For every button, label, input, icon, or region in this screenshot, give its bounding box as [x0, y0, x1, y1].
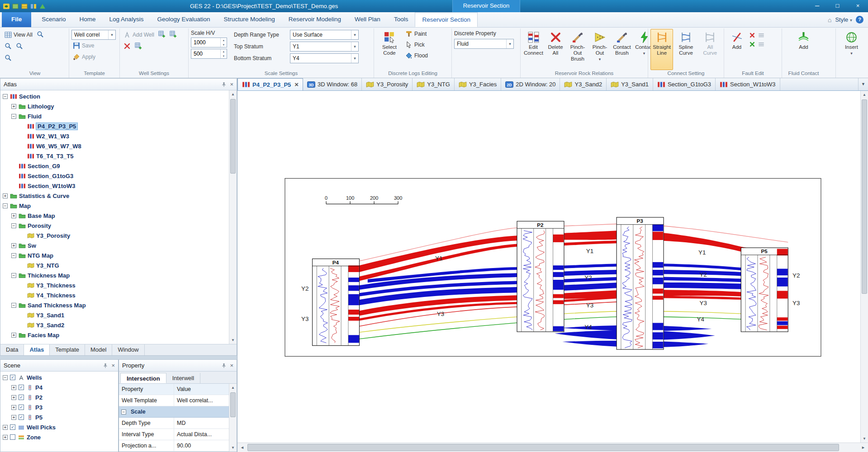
well-track-P3[interactable]: P3	[617, 217, 664, 349]
property-scrollbar[interactable]: ▲ ▼	[229, 384, 237, 452]
doc-tab-y3-facies[interactable]: Y3_Facies	[455, 78, 501, 90]
atlas-item-y3-porosity[interactable]: Y3_Porosity	[0, 231, 229, 240]
menu-tab-reservoir-modeling[interactable]: Reservoir Modeling	[282, 12, 348, 27]
edit-connect-button[interactable]: Edit Connect	[523, 29, 544, 70]
scroll-down-icon[interactable]: ▼	[229, 336, 237, 344]
tab-scroll-button[interactable]: ▼	[858, 78, 868, 90]
apply-template-button[interactable]: Apply	[71, 52, 117, 62]
property-row-interval-type[interactable]: Interval TypeActual Dista...	[119, 429, 229, 440]
flood-button[interactable]: Flood	[404, 51, 429, 61]
expand-icon[interactable]: +	[11, 333, 16, 338]
atlas-item-section[interactable]: −Section	[0, 91, 229, 101]
add-fluid-contact-button[interactable]: Add	[791, 29, 816, 70]
well-order-button[interactable]	[157, 30, 167, 40]
atlas-item-sw[interactable]: +Sw	[0, 240, 229, 250]
atlas-item-facies-map[interactable]: +Facies Map	[0, 330, 229, 340]
atlas-item-ntg-map[interactable]: −NTG Map	[0, 250, 229, 260]
atlas-item-base-map[interactable]: +Base Map	[0, 211, 229, 221]
view-all-button[interactable]: View All	[3, 29, 34, 40]
atlas-item-map[interactable]: −Map	[0, 201, 229, 211]
close-icon[interactable]: ×	[230, 363, 233, 368]
doc-tab-y3-ntg[interactable]: Y3_NTG	[413, 78, 455, 90]
well-layout-button[interactable]	[133, 42, 143, 52]
toolbar-icon-3[interactable]	[30, 3, 37, 10]
collapse-icon[interactable]: −	[121, 410, 126, 414]
toolbar-icon-4[interactable]	[39, 3, 46, 10]
pin-icon[interactable]	[221, 363, 227, 368]
collapse-icon[interactable]: −	[11, 253, 16, 258]
property-group-scale[interactable]: −Scale	[119, 406, 229, 418]
scene-item-p3[interactable]: +✓P3	[0, 402, 118, 412]
property-row-projection-a-[interactable]: Projection a...90.00	[119, 440, 229, 452]
property-row-well-template[interactable]: Well TemplateWell correlat...	[119, 395, 229, 406]
cross-section-plot[interactable]: 0100200300P4P2P3P5Y1Y1Y1Y2Y2Y2Y2Y3Y3Y3Y3…	[285, 178, 821, 357]
delete-all-button[interactable]: Delete All	[545, 29, 566, 70]
section-canvas[interactable]: 0100200300P4P2P3P5Y1Y1Y1Y2Y2Y2Y2Y3Y3Y3Y3…	[237, 91, 868, 443]
pin-icon[interactable]	[103, 363, 108, 368]
doc-tab-y3-sand2[interactable]: Y3_Sand2	[560, 78, 607, 90]
zoom-out-button[interactable]	[14, 42, 24, 52]
scene-item-well-picks[interactable]: +✓Well Picks	[0, 422, 118, 432]
menu-tab-file[interactable]: File	[2, 12, 31, 27]
pinch-out-button[interactable]: Pinch-Out▾	[589, 29, 610, 70]
select-code-button[interactable]: Select Code	[376, 29, 403, 70]
panel-tab-data[interactable]: Data	[0, 344, 24, 355]
collapse-icon[interactable]: −	[11, 223, 16, 228]
scale-h-input[interactable]: 1000▴▾	[191, 38, 227, 47]
property-row-depth-type[interactable]: Depth TypeMD	[119, 418, 229, 429]
scene-item-p5[interactable]: +✓P5	[0, 412, 118, 422]
scroll-left-icon[interactable]: ◄	[237, 443, 247, 452]
add-fault-button[interactable]: Add	[726, 29, 747, 70]
context-tab-reservoir-section[interactable]: Reservoir Section	[452, 0, 520, 12]
menu-tab-geology-evaluation[interactable]: Geology Evaluation	[150, 12, 217, 27]
collapse-icon[interactable]: −	[11, 273, 16, 278]
canvas-horizontal-scrollbar[interactable]: ◄ ►	[237, 443, 868, 452]
collapse-icon[interactable]: −	[11, 114, 16, 119]
collapse-icon[interactable]: −	[3, 94, 8, 99]
all-curve-button[interactable]: All Curve	[699, 29, 721, 70]
checkbox[interactable]: ✓	[19, 414, 24, 420]
atlas-item-section-g1tog3[interactable]: Section_G1toG3	[0, 171, 229, 181]
fault-segments-icon[interactable]	[758, 41, 765, 48]
save-template-button[interactable]: Save	[71, 40, 117, 51]
doc-tab-section-w1tow3[interactable]: Section_W1toW3	[716, 78, 780, 90]
snap-fault-icon[interactable]	[749, 41, 756, 48]
scale-v-input[interactable]: 500▴▾	[191, 49, 227, 59]
doc-tab-3d-window-68[interactable]: 3D3D Window: 68	[303, 78, 362, 90]
style-home-icon[interactable]: ⌂	[828, 16, 831, 24]
scene-item-p4[interactable]: +✓P4	[0, 382, 118, 392]
delete-fault-icon[interactable]	[749, 32, 756, 39]
menu-tab-log-analysis[interactable]: Log Analysis	[103, 12, 151, 27]
expand-icon[interactable]: +	[11, 213, 16, 218]
pin-icon[interactable]	[221, 82, 227, 87]
paint-button[interactable]: Paint	[404, 29, 429, 39]
help-icon[interactable]: ?	[856, 16, 863, 24]
doc-tab-y3-porosity[interactable]: Y3_Porosity	[362, 78, 413, 90]
doc-tab-2d-window-20[interactable]: 2D2D Window: 20	[501, 78, 560, 90]
spinner-arrows-icon[interactable]: ▴▾	[220, 38, 227, 47]
panel-splitter[interactable]	[0, 356, 237, 359]
fault-lines-icon[interactable]	[758, 32, 765, 39]
atlas-item-y3-thickness[interactable]: Y3_Thickness	[0, 280, 229, 290]
panel-tab-window[interactable]: Window	[112, 344, 144, 355]
add-well-button[interactable]: Add Well	[122, 29, 156, 40]
menu-tab-well-plan[interactable]: Well Plan	[348, 12, 387, 27]
maximize-button[interactable]: □	[827, 0, 848, 12]
menu-tab-reservoir-section[interactable]: Reservoir Section	[415, 12, 478, 27]
insert-button[interactable]: Insert▾	[839, 29, 865, 70]
atlas-item-y4-thickness[interactable]: Y4_Thickness	[0, 290, 229, 300]
property-tab-interwell[interactable]: Interwell	[166, 373, 200, 383]
atlas-item-sand-thickness-map[interactable]: −Sand Thickness Map	[0, 300, 229, 310]
panel-tab-template[interactable]: Template	[50, 344, 85, 355]
contact-brush-button[interactable]: Contact Brush	[612, 29, 632, 70]
atlas-item-section-g9[interactable]: Section_G9	[0, 161, 229, 171]
spinner-arrows-icon[interactable]: ▴▾	[220, 49, 227, 58]
checkbox[interactable]: ✓	[19, 385, 24, 390]
atlas-item-section-w1tow3[interactable]: Section_W1toW3	[0, 181, 229, 191]
scene-item-zone[interactable]: +Zone	[0, 432, 118, 442]
menu-tab-structure-modeling[interactable]: Structure Modeling	[217, 12, 281, 27]
scroll-up-icon[interactable]: ▲	[229, 384, 237, 391]
expand-icon[interactable]: +	[11, 395, 16, 400]
expand-icon[interactable]: +	[3, 193, 8, 198]
close-button[interactable]: ×	[848, 0, 868, 12]
